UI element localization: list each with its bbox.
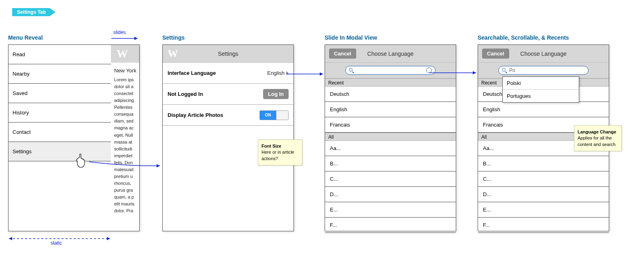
svg-marker-7 xyxy=(107,237,110,240)
svg-marker-1 xyxy=(134,37,138,40)
svg-marker-4 xyxy=(473,71,476,74)
svg-marker-2 xyxy=(157,164,160,167)
svg-marker-3 xyxy=(320,72,323,76)
suggestion-item[interactable]: Polski xyxy=(503,77,579,90)
annot-slides: slides xyxy=(113,30,126,35)
search-suggestions: Polski Portugues xyxy=(502,76,579,103)
svg-marker-6 xyxy=(9,237,12,240)
annot-static: static xyxy=(51,240,62,246)
flow-arrows: slides static xyxy=(0,0,644,258)
suggestion-item[interactable]: Portugues xyxy=(503,90,579,102)
